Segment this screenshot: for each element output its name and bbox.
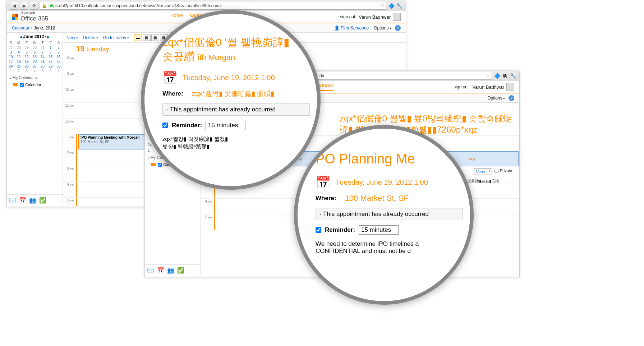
goto-today[interactable]: Go to Today — [103, 35, 129, 40]
find-someone[interactable]: Find Someone — [334, 26, 369, 31]
view-day[interactable]: ▬ — [134, 34, 142, 41]
month-name[interactable]: June 2012 — [23, 34, 44, 39]
mini-cal-day[interactable]: 29 — [23, 45, 31, 50]
wrench-icon-2[interactable]: 🔧 — [509, 72, 516, 79]
nav-home[interactable]: Home — [170, 13, 183, 21]
reload-button[interactable]: ⟳ — [30, 2, 38, 10]
mini-cal-day[interactable]: 13 — [31, 55, 38, 59]
people-icon[interactable]: 👥 — [29, 197, 36, 204]
mini-cal-day[interactable]: 1 — [47, 45, 55, 50]
fwd-button[interactable]: ▶ — [20, 2, 28, 10]
reminder-checkbox[interactable] — [162, 123, 168, 128]
mini-cal-day[interactable]: 5 — [39, 69, 47, 73]
mini-cal-day[interactable]: 25 — [15, 64, 23, 69]
mini-cal-day[interactable]: 11 — [15, 55, 23, 59]
mini-cal-day[interactable]: 17 — [7, 59, 15, 64]
mini-cal-day[interactable]: 20 — [31, 59, 38, 64]
help-icon[interactable]: ? — [395, 25, 401, 31]
lock-icon: 🔒 — [42, 3, 47, 8]
zoom2-body: We need to determine IPO timelines aCONF… — [316, 240, 456, 255]
help-icon-2[interactable]: ? — [509, 95, 514, 101]
calendar-checkbox[interactable] — [20, 83, 24, 87]
mini-cal-day[interactable]: 3 — [7, 50, 15, 55]
where-label: Where: — [162, 90, 183, 97]
options-menu-2[interactable]: Options — [487, 96, 505, 101]
mini-cal-day[interactable]: 18 — [15, 59, 23, 64]
mini-cal-day[interactable]: 1 — [7, 69, 15, 73]
mini-cal-day[interactable]: 7 — [39, 50, 47, 55]
mini-cal-day[interactable]: 19 — [23, 59, 31, 64]
mini-cal-day[interactable]: 29 — [47, 64, 55, 69]
mini-cal-day[interactable]: 10 — [7, 55, 15, 59]
people-icon-2[interactable]: 👥 — [167, 267, 174, 274]
bottom-nav: ✉️ 📅 👥 ✅ — [7, 194, 63, 206]
mini-cal-day[interactable]: 6 — [47, 69, 55, 73]
reminder-value[interactable]: 15 minutes — [206, 121, 245, 130]
options-menu[interactable]: Options — [374, 26, 391, 31]
next-month[interactable]: ▶ — [47, 35, 50, 39]
star-icon[interactable]: ☆ — [381, 3, 385, 8]
mini-cal-day[interactable]: 4 — [15, 50, 23, 55]
reminder-checkbox-2[interactable] — [316, 227, 321, 233]
mail-icon[interactable]: ✉️ — [9, 197, 16, 204]
mini-cal-day[interactable]: 24 — [7, 64, 15, 69]
mini-cal-day[interactable]: 22 — [47, 59, 55, 64]
mini-cal-day[interactable]: 9 — [55, 50, 63, 55]
mini-cal-day[interactable]: 2 — [55, 45, 63, 50]
mini-calendar[interactable]: SMTWTFS 27282930311234567891011121314151… — [7, 41, 63, 73]
wrench-icon[interactable]: 🔧 — [396, 2, 403, 9]
month-dd[interactable]: ▾ — [45, 35, 46, 38]
breadcrumb-month: June, 2012 — [34, 26, 55, 31]
breadcrumb-calendar[interactable]: Calendar — [12, 26, 29, 31]
mini-cal-day[interactable]: 27 — [31, 64, 38, 69]
view-week[interactable]: ▦ — [151, 34, 159, 41]
mini-cal-day[interactable]: 7 — [55, 69, 63, 73]
reminder-value-2[interactable]: 15 minutes — [359, 225, 399, 235]
star-icon-2[interactable]: ☆ — [486, 73, 490, 78]
calendar-icon-2[interactable]: 📅 — [157, 267, 164, 274]
mini-cal-day[interactable]: 4 — [31, 69, 38, 73]
mini-cal-day[interactable]: 6 — [31, 50, 38, 55]
sign-out-link[interactable]: sign out — [340, 14, 355, 19]
mini-cal-day[interactable]: 28 — [15, 45, 23, 50]
prev-month[interactable]: ◀ — [19, 35, 22, 39]
url-bar[interactable]: 🔒 https ://bl2prd0410.outlook-com.ms.cip… — [40, 2, 386, 10]
mini-cal-day[interactable]: 14 — [39, 55, 47, 59]
ext-icon-3[interactable]: 🛠 — [501, 72, 509, 79]
mini-cal-day[interactable]: 5 — [23, 50, 31, 55]
sign-out-link-2[interactable]: sign out — [454, 84, 469, 89]
calendar-icon[interactable]: 📅 — [19, 197, 26, 204]
mini-cal-day[interactable]: 31 — [39, 45, 47, 50]
mini-cal-day[interactable]: 28 — [39, 64, 47, 69]
sidebar: ◀ June 2012 ▾ ▶ SMTWTFS 2728293031123456… — [7, 33, 63, 206]
new-menu[interactable]: New — [66, 35, 78, 40]
mail-icon-2[interactable]: ✉️ — [147, 267, 154, 274]
tasks-icon[interactable]: ✅ — [39, 197, 46, 204]
calendar-checkbox-2[interactable] — [158, 163, 162, 167]
my-calendars-header[interactable]: My Calendars — [7, 73, 63, 82]
zoom1-date: Tuesday, June 19, 2012 1:00 — [183, 74, 275, 82]
mini-cal-day[interactable]: 2 — [15, 69, 23, 73]
private-checkbox[interactable] — [494, 169, 498, 173]
ext-icon-1[interactable]: 🔷 — [388, 2, 395, 9]
user-box[interactable]: Varun Badhwar — [359, 13, 401, 21]
delete-button[interactable]: Delete — [83, 35, 98, 40]
calendar-item[interactable]: Calendar — [7, 82, 63, 88]
mini-cal-day[interactable]: 3 — [23, 69, 31, 73]
mini-cal-day[interactable]: 30 — [31, 45, 38, 50]
back-button[interactable]: ◀ — [10, 2, 18, 10]
ext-icon-2[interactable]: 🔷 — [493, 72, 501, 79]
mini-cal-day[interactable]: 15 — [47, 55, 55, 59]
mini-cal-day[interactable]: 30 — [55, 64, 63, 69]
mini-cal-day[interactable]: 27 — [7, 45, 15, 50]
mini-cal-day[interactable]: 21 — [39, 59, 47, 64]
mini-cal-day[interactable]: 8 — [47, 50, 55, 55]
view-work-week[interactable]: ▦ — [143, 34, 151, 41]
pane-view-dd[interactable]: View — [474, 169, 492, 175]
mini-cal-day[interactable]: 26 — [23, 64, 31, 69]
mini-cal-day[interactable]: 12 — [23, 55, 31, 59]
mini-cal-day[interactable]: 23 — [55, 59, 63, 64]
mini-cal-day[interactable]: 16 — [55, 55, 63, 59]
tasks-icon-2[interactable]: ✅ — [177, 267, 184, 274]
user-box-2[interactable]: Varun Badhwar — [472, 83, 514, 91]
